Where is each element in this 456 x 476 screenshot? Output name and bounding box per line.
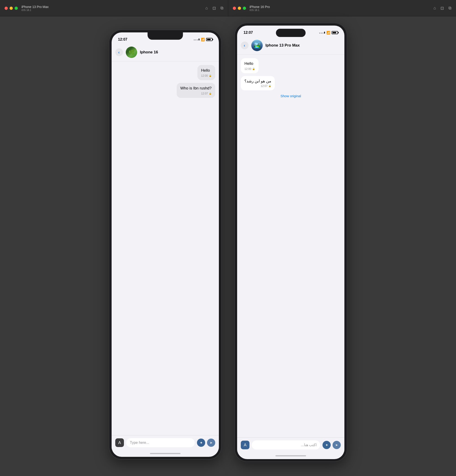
left-send-icon: ➤ (210, 441, 213, 444)
left-title-bar: iPhone 13 Pro Max iOS 18.1 ⌂ ⊡ ⧉ (0, 0, 228, 17)
close-button[interactable] (5, 7, 8, 10)
left-iphone-screen: 12:07 📶 ‹ (112, 32, 219, 457)
right-iphone-screen: 12:07 📶 ‹ (237, 26, 344, 459)
right-device-os: iOS 18.1 (250, 9, 270, 11)
title-bars: iPhone 13 Pro Max iOS 18.1 ⌂ ⊡ ⧉ iPhone … (0, 0, 456, 17)
left-device-os: iOS 18.1 (21, 9, 49, 11)
right-message-2-text: من هو ابن رشد؟ (244, 79, 271, 84)
left-message-2-text: Who is Ibn rushd? (180, 85, 212, 91)
left-send-button[interactable]: ➤ (207, 439, 215, 447)
left-message-1-time: 12:00 (201, 74, 208, 77)
right-wifi-icon: 📶 (326, 31, 330, 34)
right-status-time: 12:07 (243, 31, 253, 35)
left-input-bar: A ✦ ➤ (112, 435, 219, 450)
right-message-2-time: 12:07 (261, 85, 267, 88)
traffic-lights-right (233, 7, 246, 10)
left-input-actions: ✦ ➤ (197, 439, 215, 447)
left-message-1-lock-icon: 🔒 (209, 74, 212, 77)
left-home-indicator (112, 450, 219, 457)
dynamic-island (276, 29, 306, 37)
right-device-name: iPhone 16 Pro (250, 5, 270, 9)
screenshot-icon[interactable]: ⊡ (213, 6, 216, 11)
right-message-1-meta: 12:00 🔒 (244, 67, 255, 70)
left-contact-name: Iphone 16 (140, 50, 158, 55)
maximize-button[interactable] (15, 7, 18, 10)
rotate-icon[interactable]: ⧉ (220, 6, 224, 10)
right-sparkle-icon: ✦ (325, 443, 328, 447)
battery-icon (206, 38, 213, 41)
show-original-button[interactable]: Show original (241, 94, 341, 98)
right-back-chevron-icon: ‹ (244, 43, 245, 47)
traffic-lights-left (5, 7, 18, 10)
minimize-button[interactable] (9, 7, 13, 10)
right-message-1: Hello 12:00 🔒 (241, 58, 258, 73)
right-send-button[interactable]: ➤ (333, 441, 341, 449)
left-status-icons: 📶 (194, 38, 213, 41)
right-avatar-image: 🏞️ (251, 40, 263, 51)
right-message-2-meta: 12:07 🔒 (244, 85, 271, 88)
right-keyboard-button[interactable]: A (241, 441, 250, 449)
right-back-button[interactable]: ‹ (241, 42, 249, 49)
right-toolbar-icons: ⌂ ⊡ ⧉ (433, 6, 451, 11)
minimize-button-right[interactable] (238, 7, 241, 10)
left-message-2-time: 12:07 (201, 92, 208, 95)
right-chat-messages: Hello 12:00 🔒 من هو ابن رشد؟ 12:07 🔒 Sho… (237, 55, 344, 437)
left-message-input[interactable] (126, 438, 195, 447)
right-input-actions: ✦ ➤ (322, 441, 341, 449)
left-home-bar (150, 453, 181, 454)
left-chat-messages: Hello 12:00 🔒 Who is Ibn rushd? 12:07 🔒 (112, 61, 219, 435)
right-sparkle-button[interactable]: ✦ (322, 441, 331, 449)
right-send-icon: ➤ (335, 443, 338, 447)
right-home-indicator (237, 452, 344, 459)
right-message-1-time: 12:00 (244, 67, 251, 70)
notch (148, 32, 183, 40)
left-toolbar-icons: ⌂ ⊡ ⧉ (205, 6, 224, 11)
maximize-button-right[interactable] (243, 7, 246, 10)
right-status-icons: 📶 (319, 31, 338, 34)
left-back-chevron-icon: ‹ (118, 50, 120, 54)
left-message-2-meta: 12:07 🔒 (180, 92, 212, 95)
right-title-bar: iPhone 16 Pro iOS 18.1 ⌂ ⊡ ⧉ (228, 0, 456, 17)
right-keyboard-icon: A (244, 443, 247, 448)
left-chat-header: ‹ 🌿 Iphone 16 (112, 44, 219, 61)
rotate-icon-right[interactable]: ⧉ (448, 6, 451, 10)
close-button-right[interactable] (233, 7, 236, 10)
left-keyboard-icon: A (118, 440, 121, 445)
right-home-bar (275, 455, 306, 456)
left-message-1-meta: 12:00 🔒 (201, 74, 212, 77)
home-icon-right[interactable]: ⌂ (433, 6, 436, 10)
right-chat-header: ‹ 🏞️ Iphone 13 Pro Max (237, 37, 344, 55)
screenshot-icon-right[interactable]: ⊡ (440, 6, 444, 11)
left-sparkle-icon: ✦ (200, 441, 203, 445)
right-battery-icon (332, 31, 338, 34)
right-signal-icon (319, 32, 325, 34)
left-avatar-image: 🌿 (126, 47, 137, 58)
wifi-icon: 📶 (201, 38, 205, 41)
signal-icon (194, 39, 199, 40)
right-contact-name: Iphone 13 Pro Max (266, 43, 300, 48)
right-input-bar: A ✦ ➤ (237, 437, 344, 452)
right-iphone-frame: 12:07 📶 ‹ (235, 23, 347, 461)
right-message-1-lock-icon: 🔒 (252, 68, 255, 70)
right-message-2-lock-icon: 🔒 (268, 85, 271, 87)
left-keyboard-button[interactable]: A (115, 438, 124, 447)
right-contact-avatar: 🏞️ (251, 40, 263, 51)
left-status-time: 12:07 (118, 37, 127, 42)
right-device-info: iPhone 16 Pro iOS 18.1 (250, 5, 270, 11)
right-message-input[interactable] (252, 440, 320, 450)
left-contact-avatar: 🌿 (126, 47, 137, 58)
left-message-2: Who is Ibn rushd? 12:07 🔒 (177, 83, 215, 98)
left-device-name: iPhone 13 Pro Max (21, 5, 49, 9)
left-message-2-lock-icon: 🔒 (209, 92, 212, 95)
simulators-area: 12:07 📶 ‹ (0, 17, 456, 476)
left-back-button[interactable]: ‹ (115, 48, 123, 56)
home-icon[interactable]: ⌂ (205, 6, 208, 10)
left-message-1: Hello 12:00 🔒 (198, 65, 215, 80)
left-message-1-text: Hello (201, 68, 212, 73)
right-message-1-text: Hello (244, 61, 255, 66)
left-sparkle-button[interactable]: ✦ (197, 439, 205, 447)
right-message-2: من هو ابن رشد؟ 12:07 🔒 (241, 76, 275, 90)
left-iphone-frame: 12:07 📶 ‹ (109, 30, 221, 459)
left-device-info: iPhone 13 Pro Max iOS 18.1 (21, 5, 49, 11)
